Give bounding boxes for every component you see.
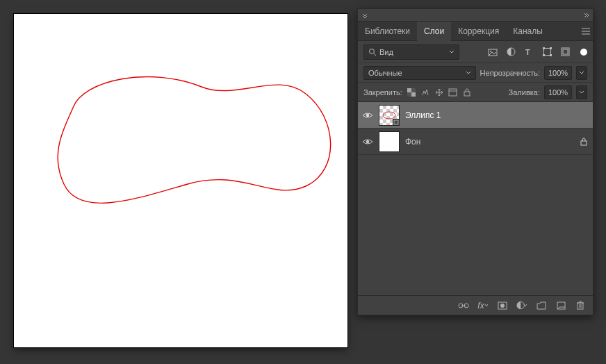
panel-tabs: Библиотеки Слои Коррекция Каналы [358, 22, 593, 41]
panel-header [358, 9, 593, 22]
opacity-label: Непрозрачность: [480, 69, 540, 77]
svg-rect-37 [578, 303, 583, 309]
svg-rect-27 [394, 120, 398, 124]
svg-point-26 [383, 112, 395, 119]
layer-mask-icon[interactable] [497, 300, 508, 311]
opacity-chevron[interactable] [576, 66, 587, 80]
svg-point-6 [490, 51, 491, 52]
filter-smart-icon[interactable] [559, 47, 571, 58]
document-canvas[interactable] [14, 14, 347, 347]
layer-row[interactable]: Эллипс 1 [358, 102, 593, 129]
visibility-toggle-icon[interactable] [362, 136, 373, 147]
layer-thumbnail[interactable] [379, 131, 400, 152]
svg-rect-10 [543, 47, 545, 49]
search-icon [368, 48, 377, 56]
shape-ellipse-path [58, 77, 331, 204]
svg-rect-16 [407, 88, 411, 92]
svg-rect-29 [581, 141, 587, 145]
tab-adjustments[interactable]: Коррекция [451, 22, 506, 41]
chevron-down-icon [466, 70, 471, 76]
fill-value[interactable]: 100% [544, 85, 572, 99]
layer-name: Фон [405, 137, 420, 147]
svg-rect-17 [411, 92, 416, 97]
adjustment-layer-icon[interactable] [516, 300, 527, 311]
filter-pixel-icon[interactable] [487, 47, 498, 58]
layer-thumbnail[interactable] [379, 105, 400, 126]
svg-point-25 [366, 113, 369, 116]
panel-menu-icon[interactable] [579, 22, 593, 40]
blend-mode-value: Обычные [368, 69, 402, 77]
layer-filter-row: Вид T [358, 41, 593, 63]
tab-libraries[interactable]: Библиотеки [358, 22, 417, 41]
svg-rect-11 [550, 47, 552, 49]
panel-footer: fx [358, 295, 593, 315]
filter-kind-label: Вид [379, 48, 393, 56]
tab-channels[interactable]: Каналы [506, 22, 550, 41]
layer-name: Эллипс 1 [405, 110, 441, 120]
tab-layers[interactable]: Слои [417, 22, 451, 41]
svg-point-28 [366, 140, 369, 142]
lock-row: Закрепить: Заливка: 100% [358, 83, 593, 102]
filter-adjustment-icon[interactable] [505, 47, 516, 58]
svg-point-34 [500, 304, 505, 308]
link-layers-icon[interactable] [458, 300, 469, 311]
layer-row[interactable]: Фон [358, 129, 593, 155]
layers-panel: Библиотеки Слои Коррекция Каналы Вид T О… [357, 8, 593, 315]
lock-position-icon[interactable] [434, 88, 444, 97]
lock-artboard-icon[interactable] [448, 88, 458, 97]
fill-chevron[interactable] [576, 85, 587, 99]
svg-rect-13 [550, 54, 552, 56]
fill-label: Заливка: [509, 88, 540, 97]
blend-mode-select[interactable]: Обычные [363, 66, 476, 80]
expand-panel-icon[interactable] [583, 13, 589, 18]
new-layer-icon[interactable] [555, 300, 566, 311]
filter-kind-select[interactable]: Вид [363, 44, 459, 60]
svg-rect-15 [563, 49, 568, 54]
svg-rect-19 [407, 92, 411, 97]
blend-opacity-row: Обычные Непрозрачность: 100% [358, 63, 593, 83]
visibility-toggle-icon[interactable] [362, 110, 373, 121]
delete-layer-icon[interactable] [575, 300, 586, 311]
shape-badge-icon [393, 119, 400, 126]
svg-rect-24 [464, 92, 470, 96]
lock-transparency-icon[interactable] [407, 88, 416, 97]
svg-line-4 [374, 53, 376, 56]
svg-rect-12 [543, 54, 545, 56]
lock-label: Закрепить: [363, 88, 402, 97]
collapse-panel-icon[interactable] [362, 13, 368, 18]
new-group-icon[interactable] [536, 300, 547, 311]
layer-style-icon[interactable]: fx [477, 300, 489, 311]
svg-rect-18 [411, 88, 416, 92]
filter-toggle-dot[interactable] [580, 49, 587, 56]
lock-all-icon[interactable] [462, 88, 472, 97]
layers-list: Эллипс 1 Фон [358, 102, 593, 295]
svg-point-3 [370, 49, 375, 53]
svg-rect-22 [449, 89, 457, 96]
opacity-value[interactable]: 100% [544, 66, 572, 80]
svg-text:T: T [525, 48, 530, 56]
filter-type-icon[interactable]: T [523, 47, 534, 58]
lock-indicator-icon [579, 137, 589, 147]
filter-shape-icon[interactable] [541, 47, 552, 58]
lock-image-icon[interactable] [420, 88, 430, 97]
chevron-down-icon [449, 49, 454, 55]
